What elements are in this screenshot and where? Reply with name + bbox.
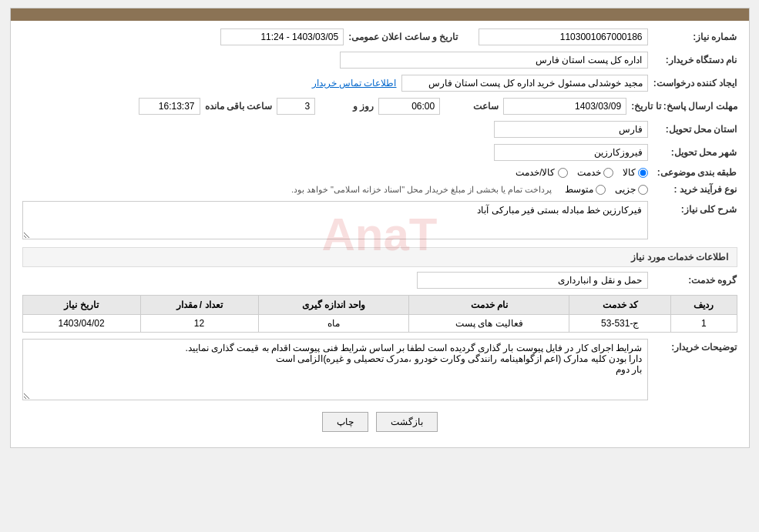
services-table-section: ردیف کد خدمت نام خدمت واحد اندازه گیری ت… — [22, 295, 737, 333]
radio-kala[interactable] — [638, 168, 648, 178]
row-buyer-org: نام دستگاه خریدار: اداره کل پست استان فا… — [22, 52, 737, 69]
row-city: شهر محل تحویل: فیروزکارزین — [22, 144, 737, 161]
need-number-label: شماره نیاز: — [653, 32, 737, 42]
response-days-label: روز و — [320, 101, 374, 112]
creator-contact-link[interactable]: اطلاعات تماس خریدار — [312, 78, 397, 89]
response-deadline-label: مهلت ارسال پاسخ: تا تاریخ: — [631, 101, 737, 112]
remaining-label: ساعت باقی مانده — [205, 101, 273, 112]
radio-item-jozvi[interactable]: جزیی — [615, 184, 648, 195]
buyer-org-label: نام دستگاه خریدار: — [653, 55, 737, 65]
button-row: بازگشت چاپ — [22, 412, 737, 432]
radio-item-khedmat[interactable]: خدمت — [577, 167, 613, 178]
radio-motevaset[interactable] — [596, 185, 606, 195]
remaining-value: 16:13:37 — [139, 98, 200, 115]
purchase-note: پرداخت تمام یا بخشی از مبلغ خریدار محل "… — [291, 185, 552, 195]
services-table: ردیف کد خدمت نام خدمت واحد اندازه گیری ت… — [22, 295, 737, 333]
radio-khedmat-label: خدمت — [577, 167, 601, 178]
page-content: AnaT شماره نیاز: 1103001067000186 تاریخ … — [11, 21, 749, 447]
col-header-row: ردیف — [671, 296, 737, 315]
radio-khedmat[interactable] — [603, 168, 613, 178]
row-buyer-notes: توضیحات خریدار: — [22, 339, 737, 400]
response-days-value: 3 — [277, 98, 315, 115]
announce-date-label: تاریخ و ساعت اعلان عمومی: — [348, 32, 458, 42]
radio-item-kala[interactable]: کالا — [623, 167, 648, 178]
main-container: AnaT شماره نیاز: 1103001067000186 تاریخ … — [10, 8, 750, 448]
radio-jozvi[interactable] — [638, 185, 648, 195]
services-section-title: اطلاعات خدمات مورد نیاز — [22, 247, 737, 267]
description-label: شرح کلی نیاز: — [653, 201, 737, 215]
row-need-number: شماره نیاز: 1103001067000186 تاریخ و ساع… — [22, 28, 737, 45]
col-header-name: نام خدمت — [409, 296, 569, 315]
purchase-type-label: نوع فرآیند خرید : — [653, 184, 737, 195]
category-radio-group: کالا خدمت کالا/خدمت — [516, 167, 647, 178]
back-button[interactable]: بازگشت — [376, 412, 438, 432]
response-time-label: ساعت — [445, 101, 499, 112]
description-textarea[interactable] — [22, 201, 648, 239]
row-description: شرح کلی نیاز: — [22, 201, 737, 239]
row-purchase-type: نوع فرآیند خرید : جزیی متوسط پرداخت تمام… — [22, 184, 737, 195]
need-number-value: 1103001067000186 — [479, 28, 648, 45]
province-label: استان محل تحویل: — [653, 124, 737, 135]
print-button[interactable]: چاپ — [322, 412, 368, 432]
col-header-date: تاریخ نیاز — [22, 296, 140, 315]
col-header-code: کد خدمت — [569, 296, 671, 315]
buyer-notes-textarea[interactable] — [22, 339, 648, 400]
province-value: فارس — [494, 121, 648, 138]
category-label: طبقه بندی موضوعی: — [653, 167, 737, 178]
response-date-value: 1403/03/09 — [503, 98, 626, 115]
purchase-type-radio-group: جزیی متوسط — [565, 184, 648, 195]
radio-item-motevaset[interactable]: متوسط — [565, 184, 606, 195]
city-label: شهر محل تحویل: — [653, 147, 737, 158]
row-service-group: گروه خدمت: حمل و نقل و انبارداری — [22, 272, 737, 289]
row-response-deadline: مهلت ارسال پاسخ: تا تاریخ: 1403/03/09 سا… — [22, 98, 737, 115]
radio-kala-khedmat[interactable] — [558, 168, 568, 178]
service-group-value: حمل و نقل و انبارداری — [417, 272, 648, 289]
radio-kala-label: کالا — [623, 167, 636, 178]
creator-label: ایجاد کننده درخواست: — [653, 78, 737, 89]
buyer-org-value: اداره کل پست استان فارس — [340, 52, 648, 69]
row-category: طبقه بندی موضوعی: کالا خدمت کالا/خدمت — [22, 167, 737, 178]
table-row: 1ج-531-53فعالیت های پستماه121403/04/02 — [22, 315, 737, 333]
page-header — [11, 8, 749, 21]
creator-value: مجید خوشدلی مسئول خرید اداره کل پست استا… — [401, 75, 648, 92]
row-creator: ایجاد کننده درخواست: مجید خوشدلی مسئول خ… — [22, 75, 737, 92]
radio-item-kala-khedmat[interactable]: کالا/خدمت — [516, 167, 567, 178]
response-time-value: 06:00 — [378, 98, 440, 115]
radio-motevaset-label: متوسط — [565, 184, 593, 195]
col-header-unit: واحد اندازه گیری — [258, 296, 409, 315]
row-province: استان محل تحویل: فارس — [22, 121, 737, 138]
buyer-notes-label: توضیحات خریدار: — [653, 339, 737, 353]
announce-date-value: 1403/03/05 - 11:24 — [220, 28, 344, 45]
radio-kala-khedmat-label: کالا/خدمت — [516, 167, 555, 178]
service-group-label: گروه خدمت: — [653, 275, 737, 286]
city-value: فیروزکارزین — [494, 144, 648, 161]
radio-jozvi-label: جزیی — [615, 184, 636, 195]
col-header-qty: تعداد / مقدار — [140, 296, 258, 315]
